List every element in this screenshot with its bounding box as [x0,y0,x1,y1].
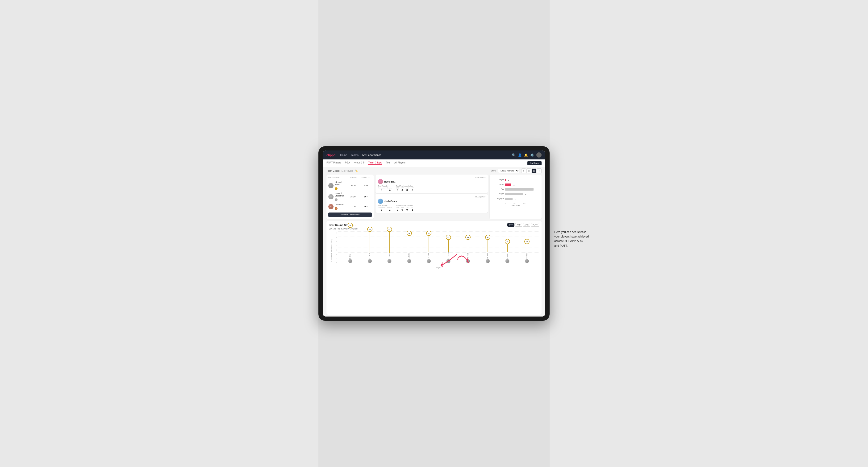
tab-team-clippd[interactable]: Team Clippd [368,161,382,165]
player-thumb [348,259,352,263]
pb-avg: 110 [360,184,372,187]
chart-label: Pars [493,188,505,190]
tab-ott[interactable]: OTT [507,223,515,227]
tab-arg[interactable]: ARG [523,223,530,227]
player-name-rotated: C. Quick [526,252,528,259]
col-pb-avg: PB AVG SQ [360,177,372,178]
streak-bubble: 6x [367,227,372,232]
table-view-icon[interactable]: ▤ [532,168,536,173]
nav-my-performance[interactable]: My Performance [362,154,381,156]
view-leaderboard-button[interactable]: View Full Leaderboard [328,213,372,217]
period-select[interactable]: Last 3 months [498,168,519,173]
card-date: 26 Aug 2023 [378,196,486,198]
tab-tour[interactable]: Tour [386,161,390,165]
streak-bubble: 3x [524,239,530,244]
streak-bubble: 4x [446,235,451,240]
streak-bubble: 4x [485,235,490,240]
player-thumb [427,259,431,263]
chart-row-dbogeys: D. Bogeys + 131 [493,197,538,200]
table-row: RB Richard Butler 1 19/20 110 [328,180,372,191]
panels-row: PLAYER NAME PB SCORE PB AVG SQ RB [323,175,545,221]
player-name: Edward Crossman [335,192,346,197]
player-thumb [387,259,392,263]
player-name-rotated: M. Miller [487,252,489,259]
streak-bubble: 6x [387,227,392,232]
card-date: 02 Sep 2023 [378,176,486,178]
tab-pga[interactable]: PGA [345,161,350,165]
chart-x-axis: 0 200 400 [493,201,538,205]
chart-row-eagles: Eagles 3 [493,178,538,181]
avatar [378,198,383,204]
team-title: Team Clippd | 14 Players ✏️ [327,169,491,172]
practice-rounds: 2 [389,208,390,211]
bar-value: 131 [515,198,517,200]
player-name-rotated: R. Britt [428,252,430,259]
user-icon[interactable]: 👤 [518,153,522,157]
player-col: 3x R. Butler [505,232,509,263]
chart-view-icon[interactable]: ↕ [537,168,541,173]
bar-birdies [505,184,511,186]
list-view-icon[interactable]: ☰ [526,168,531,173]
tab-hcaps[interactable]: Hcaps 1-5 [354,161,365,165]
tournament-rounds: 8 [381,189,382,191]
col-pb-score: PB SCORE [346,177,360,178]
arrow-icon: ← [354,223,357,227]
team-controls: Show Last 3 months ⊞ ☰ ▤ ↕ [491,168,541,173]
player-name: Cameron... [335,203,345,206]
player-thumb [407,259,411,263]
player-columns: 7x E. Ewart 6x B. McHerg [338,231,539,263]
y-axis: 7 6 5 4 3 2 1 0 [334,231,338,269]
tab-pgat[interactable]: PGAT Players [327,161,341,165]
chart-panel: Eagles 3 Birdies 96 [490,175,541,219]
tournament-rounds: 7 [381,208,382,211]
player-name-rotated: R. Butler [507,252,508,259]
pb-avg: 107 [360,195,372,198]
col-player-name: PLAYER NAME [328,177,346,178]
arg-stat: 0 [406,189,408,191]
y-axis-label: Best Streak, Fairway Accuracy [331,239,332,261]
player-thumb [466,259,470,263]
player-col: 5x R. Britt [427,232,431,263]
leaderboard-panel: PLAYER NAME PB SCORE PB AVG SQ RB [327,175,374,219]
edit-icon[interactable]: ✏️ [355,169,358,172]
avatar: RB [328,183,334,188]
medal-gold: 1 [335,187,338,190]
streak-bubble: 3x [505,239,510,244]
player-col: 4x E. Crossman [446,232,451,263]
player-stats: Total Rounds Tournament 8 Practice [378,185,486,191]
nav-teams[interactable]: Teams [351,154,359,156]
leaderboard-header: PLAYER NAME PB SCORE PB AVG SQ [328,177,372,179]
table-row: EC Edward Crossman 2 18/20 107 [328,191,372,203]
ott-stat: 0 [397,208,398,211]
streaks-header: Best Round Streaks ← OTT APP ARG PUTT [329,223,539,227]
pb-score: 17/20 [346,206,360,208]
tab-app[interactable]: APP [515,223,522,227]
add-team-button[interactable]: Add Team [527,161,541,165]
streak-bubble: 5x [426,231,431,236]
view-icons: ⊞ ☰ ▤ ↕ [521,168,541,173]
nav-home[interactable]: Home [340,154,347,156]
player-stats: Total Rounds Tournament 7 Practice [378,205,486,211]
pb-score: 19/20 [346,184,360,187]
navbar-nav: Home Teams My Performance [340,154,512,156]
chart-label: D. Bogeys + [493,198,505,199]
player-thumb [525,259,529,263]
avatar: EC [328,194,334,199]
search-icon[interactable]: 🔍 [512,153,516,157]
arg-stat: 0 [406,208,408,211]
main-content: Team Clippd | 14 Players ✏️ Show Last 3 … [323,167,545,316]
putt-stat: 1 [412,208,413,211]
player-thumb [505,259,509,263]
app-stat: 0 [401,208,403,211]
player-name: Richard Butler [335,181,346,186]
tab-putt[interactable]: PUTT [531,223,539,227]
settings-icon[interactable]: ⚙️ [530,153,534,157]
grid-view-icon[interactable]: ⊞ [521,168,526,173]
avatar[interactable] [536,152,541,158]
bell-icon[interactable]: 🔔 [524,153,528,157]
chart-label: Bogeys [493,193,505,195]
players-count: | 14 Players [341,169,353,172]
player-name-rotated: D. Billingham [389,253,390,259]
tab-all-players[interactable]: All Players [394,161,405,165]
player-name-rotated: D. Ford [467,252,469,259]
